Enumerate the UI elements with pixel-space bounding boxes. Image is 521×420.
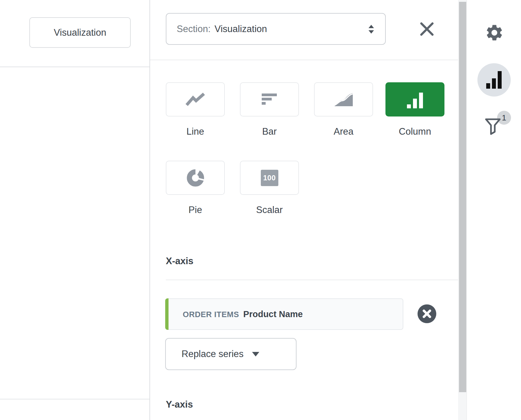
panel-header-divider [150,60,458,60]
filter-button[interactable] [484,117,501,137]
chip-field-label: Product Name [243,309,303,319]
bar-chart-icon [262,94,277,106]
section-selector[interactable]: Section: Visualization [166,13,386,45]
close-sidebar-button[interactable] [418,20,436,38]
screen: Visualization Section: Visualization [0,0,521,420]
visualization-tab-button[interactable] [477,63,511,97]
y-axis-heading: Y-axis [166,398,193,411]
replace-series-button[interactable]: Replace series [165,338,297,370]
visualization-toggle-button[interactable]: Visualization [29,17,131,48]
bar-chart-icon [486,71,503,89]
gear-icon [485,23,504,42]
section-selector-value: Visualization [215,24,267,34]
chart-type-label-bar: Bar [240,126,299,137]
circle-x-icon [422,309,431,318]
line-chart-icon [185,93,205,107]
select-arrows-icon [368,24,375,34]
funnel-icon [485,117,501,136]
column-chart-icon [407,91,423,108]
visualization-settings-panel: Section: Visualization [149,0,467,420]
chart-type-button-area[interactable] [314,82,373,116]
chart-type-label-scalar: Scalar [240,204,299,216]
chart-type-label-line: Line [166,126,225,137]
settings-gear-button[interactable] [485,23,504,42]
x-axis-series-chip[interactable]: ORDER ITEMS Product Name [165,298,403,330]
pie-chart-icon [187,169,204,187]
x-axis-heading: X-axis [166,255,193,267]
chart-type-button-scalar[interactable]: 100 [240,161,299,195]
section-selector-label: Section: [177,24,211,34]
panel-scrollbar-thumb[interactable] [459,2,466,392]
x-axis-divider [166,280,458,280]
area-chart-icon [334,92,354,107]
left-area-top-divider [0,67,149,67]
chart-type-button-bar[interactable] [240,82,299,116]
chart-type-label-column: Column [385,126,444,137]
chart-type-button-pie[interactable] [166,161,225,195]
left-area-bottom-divider [0,399,149,399]
caret-down-icon [252,352,259,356]
replace-series-label: Replace series [182,349,244,359]
scalar-icon: 100 [261,170,278,186]
close-icon [419,21,435,37]
chip-accent-bar [165,298,169,330]
chip-table-label: ORDER ITEMS [183,310,239,319]
chart-type-label-pie: Pie [166,204,225,216]
remove-series-button[interactable] [418,304,436,323]
panel-scrollbar-track [458,0,467,420]
right-rail: 1 [467,0,521,420]
chart-type-label-area: Area [314,126,373,137]
chart-type-button-column[interactable] [385,82,444,116]
chart-type-button-line[interactable] [166,82,225,116]
